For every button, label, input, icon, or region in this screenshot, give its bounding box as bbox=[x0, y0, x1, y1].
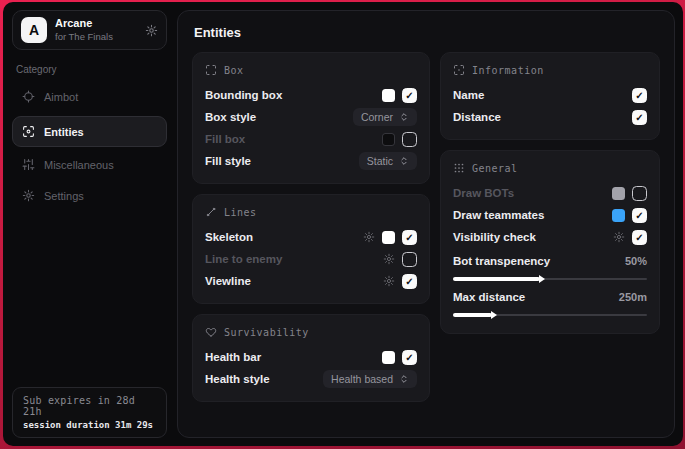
row-settings-gear-icon[interactable] bbox=[363, 231, 375, 243]
main-panel: Entities Box bbox=[177, 10, 675, 438]
setting-row: Box style Corner bbox=[205, 106, 417, 128]
app-window: A Arcane for The Finals Category bbox=[3, 2, 683, 446]
row-settings-gear-icon[interactable] bbox=[383, 253, 395, 265]
color-swatch[interactable] bbox=[382, 133, 395, 146]
slider-thumb[interactable] bbox=[539, 275, 545, 283]
setting-row: Fill style Static bbox=[205, 150, 417, 172]
slider-group: Max distance 250m bbox=[453, 286, 647, 316]
crosshair-icon bbox=[22, 90, 35, 103]
setting-row: Health bar bbox=[205, 346, 417, 368]
slider-value: 250m bbox=[619, 291, 647, 303]
setting-label: Name bbox=[453, 89, 484, 101]
setting-label: Skeleton bbox=[205, 231, 253, 243]
checkbox[interactable] bbox=[402, 88, 417, 103]
checkbox[interactable] bbox=[402, 230, 417, 245]
setting-row: Draw teammates bbox=[453, 204, 647, 226]
sidebar-item-label: Entities bbox=[44, 126, 84, 138]
checkbox[interactable] bbox=[402, 274, 417, 289]
setting-row: Line to enemy bbox=[205, 248, 417, 270]
setting-row: Health style Health based bbox=[205, 368, 417, 390]
dropdown-value: Health based bbox=[331, 373, 393, 385]
gear-icon bbox=[22, 189, 35, 202]
color-swatch[interactable] bbox=[382, 231, 395, 244]
setting-label: Viewline bbox=[205, 275, 251, 287]
sliders-icon bbox=[22, 158, 35, 171]
setting-label: Bot transpenency bbox=[453, 255, 550, 267]
card-title: Information bbox=[472, 65, 544, 76]
card-box: Box Bounding box Box style bbox=[192, 52, 430, 184]
sidebar-item-entities[interactable]: Entities bbox=[12, 116, 167, 147]
diagonal-line-icon bbox=[205, 206, 217, 218]
card-box-header: Box bbox=[205, 64, 417, 76]
card-general-header: General bbox=[453, 162, 647, 174]
setting-row: Distance bbox=[453, 106, 647, 128]
setting-row: Name bbox=[453, 84, 647, 106]
checkbox[interactable] bbox=[632, 186, 647, 201]
color-swatch[interactable] bbox=[612, 209, 625, 222]
card-general: General Draw BOTs Draw teammates bbox=[440, 150, 660, 334]
checkbox[interactable] bbox=[402, 350, 417, 365]
setting-label: Visibility check bbox=[453, 231, 536, 243]
card-title: Lines bbox=[224, 207, 257, 218]
setting-row: Viewline bbox=[205, 270, 417, 292]
setting-row: Bounding box bbox=[205, 84, 417, 106]
chevrons-up-down-icon bbox=[399, 112, 409, 122]
scan-eye-icon bbox=[22, 125, 35, 138]
checkbox[interactable] bbox=[632, 110, 647, 125]
card-title: General bbox=[472, 163, 518, 174]
checkbox[interactable] bbox=[632, 230, 647, 245]
sidebar-item-miscellaneous[interactable]: Miscellaneous bbox=[12, 150, 167, 179]
sub-expires-text: Sub expires in 28d 21h bbox=[23, 395, 156, 417]
scan-info-icon bbox=[453, 64, 465, 76]
row-settings-gear-icon[interactable] bbox=[383, 275, 395, 287]
app-subtitle: for The Finals bbox=[55, 31, 137, 43]
color-swatch[interactable] bbox=[382, 89, 395, 102]
sync-gear-icon[interactable] bbox=[145, 24, 158, 37]
sidebar-item-label: Settings bbox=[44, 190, 84, 202]
box-style-dropdown[interactable]: Corner bbox=[353, 108, 417, 126]
profile-card: A Arcane for The Finals bbox=[12, 10, 167, 50]
setting-row: Fill box bbox=[205, 128, 417, 150]
page-title: Entities bbox=[194, 25, 658, 40]
row-settings-gear-icon[interactable] bbox=[613, 231, 625, 243]
setting-label: Draw BOTs bbox=[453, 187, 514, 199]
subscription-info-card: Sub expires in 28d 21h session duration … bbox=[12, 387, 167, 438]
setting-row: Draw BOTs bbox=[453, 182, 647, 204]
slider-group: Bot transpenency 50% bbox=[453, 250, 647, 280]
card-information-header: Information bbox=[453, 64, 647, 76]
grid-dots-icon bbox=[453, 162, 465, 174]
checkbox[interactable] bbox=[402, 132, 417, 147]
card-lines-header: Lines bbox=[205, 206, 417, 218]
app-frame: A Arcane for The Finals Category bbox=[0, 0, 685, 449]
bot-transparency-slider[interactable] bbox=[453, 278, 647, 280]
health-style-dropdown[interactable]: Health based bbox=[323, 370, 417, 388]
sidebar-item-aimbot[interactable]: Aimbot bbox=[12, 82, 167, 111]
setting-row: Skeleton bbox=[205, 226, 417, 248]
slider-thumb[interactable] bbox=[491, 311, 497, 319]
sidebar-item-settings[interactable]: Settings bbox=[12, 181, 167, 210]
color-swatch[interactable] bbox=[382, 351, 395, 364]
checkbox[interactable] bbox=[632, 88, 647, 103]
color-swatch[interactable] bbox=[612, 187, 625, 200]
avatar: A bbox=[21, 17, 47, 43]
left-column: Box Bounding box Box style bbox=[192, 52, 430, 412]
setting-label: Health bar bbox=[205, 351, 261, 363]
checkbox[interactable] bbox=[632, 208, 647, 223]
card-title: Box bbox=[224, 65, 244, 76]
setting-row: Visibility check bbox=[453, 226, 647, 248]
fill-style-dropdown[interactable]: Static bbox=[359, 152, 417, 170]
app-name: Arcane bbox=[55, 17, 137, 31]
chevrons-up-down-icon bbox=[399, 374, 409, 384]
card-lines: Lines Skeleton bbox=[192, 194, 430, 304]
profile-meta: Arcane for The Finals bbox=[55, 17, 137, 43]
right-column: Information Name Distance bbox=[440, 52, 660, 344]
max-distance-slider[interactable] bbox=[453, 314, 647, 316]
setting-label: Box style bbox=[205, 111, 256, 123]
card-survivability-header: Survivability bbox=[205, 326, 417, 338]
setting-label: Distance bbox=[453, 111, 501, 123]
session-duration-text: session duration 31m 29s bbox=[23, 420, 156, 430]
setting-label: Fill box bbox=[205, 133, 245, 145]
checkbox[interactable] bbox=[402, 252, 417, 267]
heart-pulse-icon bbox=[205, 326, 217, 338]
sidebar: A Arcane for The Finals Category bbox=[3, 2, 173, 446]
